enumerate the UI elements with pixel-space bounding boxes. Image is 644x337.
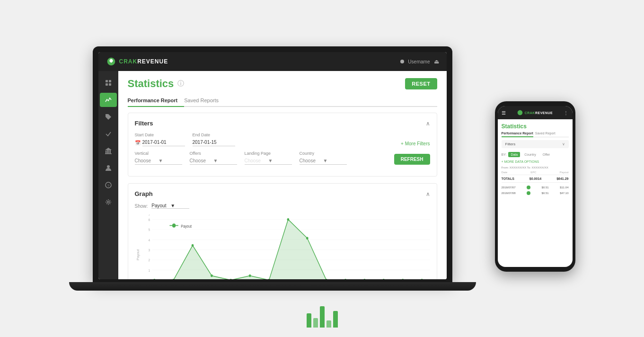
svg-rect-1 (109, 80, 111, 82)
svg-text:7: 7 (148, 214, 150, 216)
svg-marker-9 (105, 148, 112, 150)
phone-by-row: BY: Data Country Offer (502, 152, 569, 157)
filters-section-header: Filters ∧ (135, 120, 430, 127)
bar-4 (326, 320, 331, 328)
svg-rect-5 (107, 150, 108, 153)
phone-tab-performance[interactable]: Performance Report (502, 132, 533, 137)
svg-point-13 (107, 201, 109, 203)
sidebar-item-question[interactable]: ? (100, 178, 117, 192)
sidebar-item-user[interactable] (100, 161, 117, 175)
svg-point-10 (107, 165, 110, 168)
sidebar-item-bank[interactable] (100, 144, 117, 158)
svg-text:2: 2 (148, 258, 150, 262)
calendar-icon: 📅 (135, 140, 141, 145)
end-date-input[interactable] (193, 139, 235, 146)
landing-page-label: Landing Page (245, 151, 292, 156)
graph-collapse-icon[interactable]: ∧ (426, 191, 430, 197)
phone-col-payout: Payout (560, 171, 569, 174)
sidebar-item-settings[interactable] (100, 195, 117, 209)
username-label: Username (408, 59, 430, 64)
phone-row2-payout: $47.10 (560, 192, 568, 195)
filters-section-title: Filters (135, 120, 153, 127)
brand-logo-icon (106, 56, 116, 67)
top-right: Username ⏏ (400, 58, 439, 65)
graph-section-title: Graph (135, 190, 153, 197)
phone-filter-chevron-icon: ∨ (562, 142, 565, 146)
svg-point-33 (191, 244, 194, 247)
country-label: Country (300, 151, 347, 156)
phone-totals-row: TOTALS $0.0014 $641.29 (502, 177, 569, 183)
phone-by-tab-offer[interactable]: Offer (540, 152, 552, 157)
phone-more-icon[interactable]: ⋮ (564, 110, 568, 115)
phone-menu-icon[interactable]: ☰ (502, 110, 506, 115)
sidebar-item-chart[interactable] (100, 93, 117, 107)
chart-container: 0 1 2 3 4 5 6 7 Payout (135, 214, 430, 279)
collapse-icon[interactable]: ∧ (426, 120, 430, 127)
phone-filter-row[interactable]: Filters ∨ (502, 140, 569, 148)
reset-button[interactable]: RESET (405, 78, 437, 89)
country-select[interactable]: Choose ▼ (300, 157, 347, 165)
country-group: Country Choose ▼ (300, 151, 347, 165)
phone-screen: ☰ CRAKREVENUE ⋮ Statistics (498, 106, 573, 267)
sidebar: ? (98, 71, 118, 279)
start-date-input[interactable] (142, 139, 185, 146)
tab-performance-report[interactable]: Performance Report (128, 95, 185, 107)
more-filters-link[interactable]: + More Filters (401, 141, 430, 146)
landing-page-chevron-icon: ▼ (268, 158, 292, 163)
start-date-group: Start Date 📅 (135, 133, 185, 146)
brand-name: CRAKREVENUE (119, 58, 168, 65)
landing-page-group: Landing Page Choose ▼ (245, 151, 292, 165)
laptop-screen: CRAKREVENUE Username ⏏ (98, 52, 447, 279)
landing-page-select[interactable]: Choose ▼ (245, 157, 292, 165)
svg-rect-4 (106, 151, 106, 153)
phone-brand-name: CRAKREVENUE (525, 111, 553, 115)
svg-point-41 (344, 279, 346, 279)
logout-icon[interactable]: ⏏ (434, 58, 439, 65)
phone-totals-epc: $0.0014 (529, 177, 541, 180)
phone-row1-date: 2016/07/07 (502, 186, 516, 189)
svg-text:1: 1 (148, 268, 150, 272)
svg-point-31 (153, 279, 156, 279)
app-layout: ? Statistics ⓘ RESET (98, 71, 447, 279)
svg-text:Payout: Payout (181, 224, 192, 229)
tab-saved-reports[interactable]: Saved Reports (184, 95, 225, 107)
phone-row2-epc: $0.51 (542, 192, 549, 195)
phone-brand-logo-icon (517, 109, 523, 116)
sidebar-item-grid[interactable] (100, 76, 117, 90)
start-date-label: Start Date (135, 133, 185, 137)
sidebar-item-tag[interactable] (100, 110, 117, 124)
svg-point-43 (382, 279, 385, 279)
phone-tab-saved[interactable]: Saved Report (535, 132, 556, 137)
bar-5 (333, 311, 338, 328)
offers-select[interactable]: Choose ▼ (190, 157, 237, 165)
refresh-button[interactable]: REFRESH (394, 154, 430, 165)
phone-by-tab-country[interactable]: Country (522, 152, 538, 157)
landing-page-value: Choose (245, 158, 268, 163)
phone-data-row-2: 2016/07/08 $0.51 $47.10 (502, 191, 569, 195)
phone-row1-payout: $11.04 (560, 186, 568, 189)
vertical-chevron-icon: ▼ (159, 158, 182, 163)
svg-point-42 (363, 279, 366, 279)
svg-rect-6 (108, 150, 109, 153)
svg-text:5: 5 (148, 228, 150, 232)
vertical-select[interactable]: Choose ▼ (135, 157, 182, 165)
show-select[interactable]: Payout ▼ (151, 203, 189, 209)
bottom-bar-chart (307, 304, 338, 328)
sidebar-item-check[interactable] (100, 127, 117, 141)
info-icon: ⓘ (177, 80, 184, 88)
laptop-wrapper: CRAKREVENUE Username ⏏ (69, 46, 476, 291)
svg-rect-2 (106, 83, 108, 86)
phone-more-data-options[interactable]: + MORE DATA OPTIONS (502, 160, 569, 163)
phone-totals-payout: $641.29 (556, 177, 568, 180)
offers-value: Choose (190, 158, 213, 163)
end-date-label: End Date (193, 133, 235, 137)
graph-section: Graph ∧ Show: Payout ▼ (128, 183, 437, 279)
svg-rect-8 (105, 153, 112, 154)
svg-rect-3 (109, 83, 111, 86)
phone-page-title: Statistics (502, 123, 569, 130)
phone-wrapper: ☰ CRAKREVENUE ⋮ Statistics (495, 101, 575, 272)
main-content: Statistics ⓘ RESET Performance Report Sa… (118, 71, 447, 279)
phone-by-tab-data[interactable]: Data (508, 152, 520, 157)
scene: CRAKREVENUE Username ⏏ (9, 46, 635, 291)
phone-row1-dot (527, 186, 530, 189)
